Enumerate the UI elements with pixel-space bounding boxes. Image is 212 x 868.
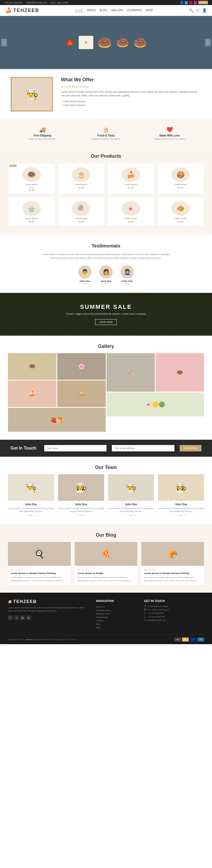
nav-elements[interactable]: ELEMENTS xyxy=(128,9,142,12)
footer-googleplus-icon[interactable]: g xyxy=(20,615,25,620)
blog-post-title-1: Lorem ipsum Is Simply Dummy Printing xyxy=(11,572,68,575)
footer-facebook-icon[interactable]: f xyxy=(8,615,13,620)
product-name: Lorem ipsum xyxy=(11,217,52,220)
gallery-left-col: 🍩 🌸 🍰 🥧 🍓🥞 xyxy=(8,353,106,432)
get-in-touch-title: Get In Touch xyxy=(11,446,36,451)
product-image: 🍭 xyxy=(72,201,91,216)
nav-shop[interactable]: SHOP xyxy=(146,9,153,12)
footer-nav-wedding[interactable]: Wedding Cakes xyxy=(96,609,136,612)
footer-nav-birthday[interactable]: Birthday Cakes xyxy=(96,612,136,616)
team-social-3: f t g+ d xyxy=(108,514,154,517)
blog-image-1: 🍳 xyxy=(8,542,71,566)
product-name: Lorem ipsum xyxy=(110,183,151,186)
gallery-item: 🍩 xyxy=(155,353,204,392)
twitter-link[interactable]: t xyxy=(129,514,129,517)
feature-shipping-title: Free Shipping xyxy=(13,134,72,137)
donut-choco-img: 🍩 xyxy=(133,36,147,49)
cart-icon[interactable]: 🛒 xyxy=(196,8,200,12)
facebook-link[interactable]: f xyxy=(177,514,178,517)
blog-excerpt-1: Lorem ipsum is simply dummy text of the … xyxy=(11,576,68,582)
product-card: 🍬 Lorem ipsum $1.00 xyxy=(107,197,154,226)
product-image: 🍩 xyxy=(22,167,41,182)
testimonial-name-2: Jane Doe xyxy=(99,280,113,282)
logo-icon: 🍰 xyxy=(5,7,12,13)
user-icon[interactable]: 👤 xyxy=(202,8,207,12)
contact-name-input[interactable] xyxy=(44,445,107,452)
product-name: Lorem ipsum xyxy=(160,183,201,186)
team-member-1: 👨‍🍳 John Doe Lorem ipsum is simply dummy… xyxy=(8,474,54,517)
mastercard-icon: MC xyxy=(182,638,189,642)
footer-logo-text: TEHZEEB xyxy=(13,599,37,604)
footer-nav-careers[interactable]: Careers xyxy=(96,619,136,622)
testimonials-row: 👨 John Doe Client 👩 Jane Doe Client 👩‍🦱 … xyxy=(11,265,201,285)
blog-image-3: 🥐 xyxy=(141,542,204,566)
feature-shipping-desc: Shop our fast & free delivery xyxy=(13,138,72,140)
coffee-cup-img: ☕ xyxy=(79,36,93,49)
googleplus-link[interactable]: g+ xyxy=(130,514,133,517)
team-social-2: f t g+ d xyxy=(58,514,104,517)
subscribe-button[interactable]: SUBSCRIBE xyxy=(180,445,201,452)
twitter-link[interactable]: t xyxy=(79,514,79,517)
nav-home[interactable]: HOME xyxy=(75,9,83,12)
dribbble-link[interactable]: d xyxy=(184,514,185,517)
summer-sale-section: SUMMER SALE Fuinam, magna rutrum leo pra… xyxy=(0,293,212,336)
dribbble-link[interactable]: d xyxy=(84,514,85,517)
twitter-icon-top[interactable] xyxy=(185,1,188,4)
gallery-section: Gallery 🍩 🌸 🍰 🥧 🍓🥞 🍭 🍩 🍬🟡🟢 xyxy=(0,336,212,440)
hero-prev-button[interactable]: ‹ xyxy=(1,39,7,46)
footer: 🍰 TEHZEEB Lorem ipsum is simply dummy te… xyxy=(0,593,212,644)
instagram-icon-top[interactable] xyxy=(194,1,197,4)
offer-subtitle: Lorem ipsum dummy xyxy=(61,85,201,88)
footer-nav-faq[interactable]: FAQ xyxy=(96,626,136,629)
googleplus-link[interactable]: g+ xyxy=(80,514,83,517)
footer-nav-departments[interactable]: Departments xyxy=(96,616,136,619)
blog-post-title-2: Lorem ipsum Is Simply xyxy=(77,572,135,575)
footer-about: 🍰 TEHZEEB Lorem ipsum is simply dummy te… xyxy=(8,599,88,629)
blog-card-1: 🍳 Apr 12, 2019 Lorem ipsum Is Simply Dum… xyxy=(8,542,71,584)
nav-gallery[interactable]: GALLERY xyxy=(111,9,123,12)
googleplus-link[interactable]: g+ xyxy=(30,514,33,517)
products-row-2: 🧁 Lorem ipsum $1.00 🍭 Lorem ipsum $1.00 … xyxy=(8,197,204,226)
footer-pinterest-icon[interactable]: p xyxy=(26,615,31,620)
twitter-link[interactable]: t xyxy=(179,514,179,517)
gallery-item: 🍩 xyxy=(8,353,57,380)
googleplus-link[interactable]: g+ xyxy=(180,514,183,517)
search-icon[interactable]: 🔍 xyxy=(189,8,193,12)
footer-twitter-icon[interactable]: t xyxy=(14,615,19,620)
twitter-link[interactable]: t xyxy=(29,514,29,517)
team-member-4: 👩‍🍳 John Doe Lorem ipsum is simply dummy… xyxy=(158,474,204,517)
offer-list: Lorem ipsum dummy Lorem ipsum dummy xyxy=(61,100,201,107)
pinterest-icon-top[interactable] xyxy=(189,1,192,4)
facebook-link[interactable]: f xyxy=(77,514,78,517)
footer-nav-about[interactable]: About Us xyxy=(96,605,136,609)
shop-now-button[interactable]: SHOP NOW xyxy=(95,319,117,325)
testimonial-2: 👩 Jane Doe Client xyxy=(99,265,113,285)
team-social-4: f t g+ d xyxy=(158,514,204,517)
facebook-icon-top[interactable] xyxy=(180,1,183,4)
footer-phone1-text: +92-33-4523794 xyxy=(148,612,164,614)
facebook-link[interactable]: f xyxy=(27,514,28,517)
login-button[interactable]: LOGIN xyxy=(198,1,208,4)
location-icon: 📍 xyxy=(144,605,146,608)
gallery-item: 🍭 xyxy=(107,353,155,392)
logo: 🍰 TEHZEEB xyxy=(5,7,39,13)
hero-next-button[interactable]: › xyxy=(205,39,211,46)
offer-chef-image: 👨‍🍳 xyxy=(11,77,53,112)
nav-pages[interactable]: PAGES xyxy=(87,9,96,12)
contact-email-input[interactable] xyxy=(112,445,174,452)
phone2-icon: 📞 xyxy=(144,616,146,618)
dribbble-link[interactable]: d xyxy=(134,514,135,517)
team-image-3: 👨‍🍳 xyxy=(108,474,154,501)
facebook-link[interactable]: f xyxy=(127,514,128,517)
footer-nav-title: NAVIGATION xyxy=(96,599,136,602)
footer-nav-blog[interactable]: Blog xyxy=(96,622,136,626)
chef-icon: 👨‍🍳 xyxy=(25,88,38,101)
amex-icon: AX xyxy=(198,638,204,642)
header: 🍰 TEHZEEB HOME PAGES BLOG GALLERY ELEMEN… xyxy=(0,5,212,16)
products-title: Our Products xyxy=(8,153,204,159)
feature-love-desc: Prepared with care for our clients xyxy=(140,138,199,140)
team-image-1: 👨‍🍳 xyxy=(8,474,54,501)
nav-blog[interactable]: BLOG xyxy=(100,9,107,12)
dribbble-link[interactable]: d xyxy=(34,514,35,517)
blog-grid: 🍳 Apr 12, 2019 Lorem ipsum Is Simply Dum… xyxy=(8,542,204,584)
